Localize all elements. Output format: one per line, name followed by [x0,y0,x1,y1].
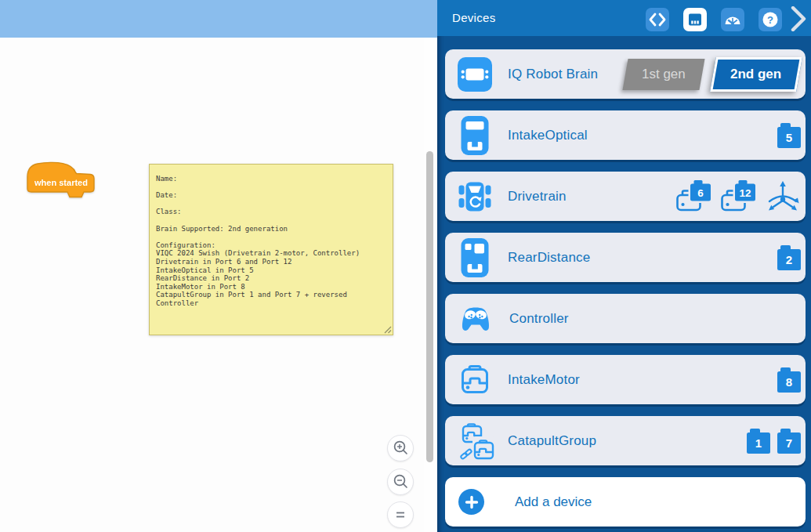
device-label: IntakeOptical [508,128,588,143]
zoom-in-button[interactable] [387,435,414,461]
devices-panel: Devices [437,0,811,532]
zoom-reset-button[interactable] [387,501,414,528]
gen1-label: 1st gen [642,67,686,82]
when-started-block[interactable]: when started [27,161,97,200]
resize-grip-icon[interactable] [384,326,392,334]
dashboard-icon [722,10,743,29]
devices-tab-button[interactable] [683,8,707,31]
device-card-catapultgroup[interactable]: CatapultGroup 1 7 [445,416,806,465]
port-badge: 2 [777,249,801,270]
port-badge: 7 [777,432,801,454]
devices-icon [686,10,704,29]
device-label: IQ Robot Brain [508,67,598,82]
gen1-button[interactable]: 1st gen [622,59,704,90]
right-motor-port-icon: 12 [720,179,758,215]
device-card-brain[interactable]: IQ Robot Brain 1st gen 2nd gen [445,49,806,99]
device-label: CatapultGroup [508,433,596,449]
comment-note-text: Name: Date: Class: Brain Supported: 2nd … [150,165,393,308]
code-viewer-button[interactable] [646,8,669,31]
devices-panel-header: Devices [437,0,811,36]
panel-title: Devices [452,11,495,24]
help-button[interactable]: ? [759,8,782,31]
collapse-panel-button[interactable] [790,6,810,31]
svg-text:?: ? [767,14,773,26]
add-device-label: Add a device [515,494,592,510]
left-motor-port-icon: 6 [675,179,713,215]
device-card-intakemotor[interactable]: IntakeMotor 8 [445,355,806,404]
device-label: Controller [509,311,569,327]
device-card-reardistance[interactable]: RearDistance 2 [445,233,806,282]
gen2-button[interactable]: 2nd gen [710,57,802,92]
add-device-button[interactable]: Add a device [445,477,806,527]
device-label: IntakeMotor [508,372,580,388]
brain-icon [458,57,492,92]
zoom-out-button[interactable] [387,469,414,495]
link-icon [460,448,472,459]
device-label: Drivetrain [508,189,567,204]
plus-icon [458,489,484,515]
device-card-intakeoptical[interactable]: IntakeOptical 5 [445,110,806,160]
magnifier-plus-icon [390,438,411,458]
drivetrain-icon [458,179,492,214]
when-started-label: when started [34,178,88,187]
help-icon: ? [760,9,780,30]
port-badge: 5 [777,127,801,148]
gen2-label: 2nd gen [730,67,781,82]
workspace-canvas[interactable]: when started Name: Date: Class: Brain Su… [0,38,437,532]
controller-icon [458,302,494,336]
comment-note[interactable]: Name: Date: Class: Brain Supported: 2nd … [149,164,393,335]
device-card-drivetrain[interactable]: Drivetrain 6 [445,172,806,221]
equals-icon [390,505,411,525]
motor-port-number: 12 [739,186,751,198]
dashboard-button[interactable] [721,8,744,31]
motor-port-number: 6 [697,186,704,198]
port-badge: 1 [747,432,770,454]
magnifier-minus-icon [390,472,411,492]
device-label: RearDistance [508,250,590,266]
scrollbar-thumb[interactable] [426,151,433,462]
toolbar-strip [0,0,437,38]
vertical-scrollbar[interactable] [424,38,437,532]
motor-icon [458,363,492,397]
distance-sensor-icon [458,237,492,278]
gyro-icon [765,179,801,214]
motor-group-icon [458,420,500,462]
vexcode-app: when started Name: Date: Class: Brain Su… [0,0,811,532]
port-badge: 8 [777,371,801,393]
device-card-controller[interactable]: Controller [445,294,806,343]
optical-sensor-icon [458,115,492,156]
collapse-chevron-icon [790,6,807,31]
code-icon [647,11,668,28]
